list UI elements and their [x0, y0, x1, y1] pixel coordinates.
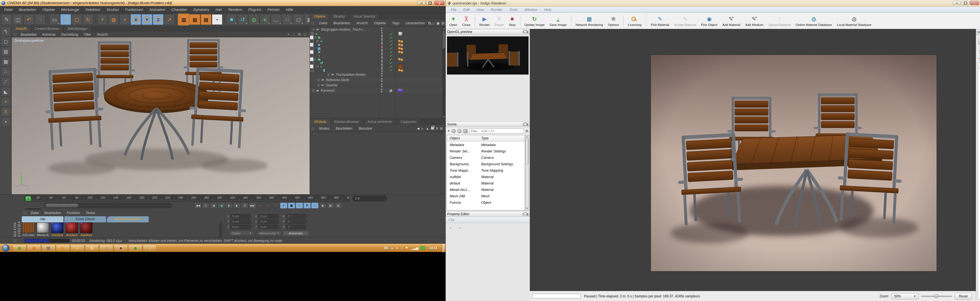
Upload Material[interactable]: Upload Material [766, 14, 794, 28]
attribute-manager-tab[interactable]: Attribute [310, 119, 331, 125]
scene-table-row[interactable]: nullMat Material [447, 174, 525, 180]
menu-item[interactable]: Objekte [39, 6, 58, 13]
close-button[interactable] [434, 1, 444, 5]
magnet-tool[interactable]: ◖ [119, 14, 130, 25]
object-tree-row[interactable]: ⊟ Fuesse [310, 36, 313, 39]
visibility-dots[interactable] [381, 68, 383, 72]
history-icon[interactable]: 8 [436, 126, 438, 130]
move-tool[interactable]: + [60, 14, 71, 25]
float-panel-icon[interactable] [523, 213, 525, 215]
object-manager-tab[interactable]: Visual Selector [349, 14, 379, 19]
material-layer-tab[interactable]: Blend-Materialien [107, 216, 149, 223]
current-frame-field[interactable]: 2 B [352, 196, 387, 201]
add-array-object[interactable]: ∗ [260, 14, 270, 25]
lock-z-axis[interactable]: Z [153, 14, 164, 25]
object-tree-row[interactable]: ⊞ Fuss [310, 39, 313, 43]
close-panel-icon[interactable] [527, 212, 528, 216]
phong-tag[interactable] [398, 51, 403, 53]
autokey-button[interactable]: ◎ [264, 203, 272, 208]
scene-table-row[interactable]: Mesh 248 Mesh [447, 193, 525, 199]
c4d-titlebar[interactable]: CINEMA 4D (64 Bit) (Studentenversion - e… [0, 0, 445, 6]
prev-frame-button[interactable]: ◀ [210, 203, 217, 208]
play-forwards-button[interactable]: ▶ [226, 203, 233, 208]
viewport-3d-canvas[interactable]: Zentralperspektive [12, 37, 310, 194]
size-mode-dropdown[interactable]: Abmessung▾ [257, 231, 282, 235]
timeline-ruler[interactable]: 2 20406080100120140160180200220240260280… [24, 195, 350, 202]
visibility-dots[interactable] [381, 54, 383, 58]
expand-icon[interactable]: ⊟ [312, 89, 315, 92]
visibility-dots[interactable] [381, 36, 383, 40]
snap-settings[interactable]: ◖ [1, 117, 11, 126]
Pick Material[interactable]: Pick Material [648, 14, 672, 28]
menu-item[interactable]: Charakter [169, 6, 191, 13]
enable-check[interactable] [389, 68, 393, 72]
enable-check[interactable] [389, 32, 393, 36]
explorer-folder[interactable]: ▰ [70, 245, 84, 252]
object-tree-row[interactable]: ⊞ Tischplatten-Bretter [310, 72, 442, 77]
edges-mode[interactable]: ∕ [1, 77, 11, 86]
timeline-playhead[interactable]: 2 [25, 196, 31, 201]
enable-check[interactable] [389, 36, 393, 40]
enable-check[interactable] [389, 43, 393, 47]
parent-object-icon[interactable]: ▲ [426, 126, 429, 130]
visibility-dots[interactable] [381, 50, 383, 54]
material-layer-tab[interactable]: Keine Ebene [64, 216, 106, 223]
menu-item[interactable]: Bearbeiten [16, 6, 39, 13]
rotate-view-icon[interactable]: ↻ [298, 32, 302, 37]
float-panel-icon[interactable] [523, 123, 525, 125]
scene-panel-header[interactable]: Scene [446, 122, 530, 127]
scene-table-scrollbar[interactable]: ▲▼ [525, 135, 529, 210]
expand-icon[interactable]: ⊟ [315, 65, 319, 68]
indigo-renderer[interactable]: ◆ [128, 245, 142, 252]
tablet-pen-tool[interactable]: ✎ [2, 14, 12, 25]
object-tree-row[interactable]: ⊞ Stuehle [310, 83, 442, 88]
app-blue-sphere[interactable]: ● [99, 245, 113, 252]
object-tree-row[interactable]: ⊞ Referenz-Stuhl [310, 77, 442, 83]
eye-icon[interactable]: ◉ [436, 21, 440, 26]
visibility-dots[interactable] [381, 46, 383, 50]
Assign Material[interactable]: Assign Material [672, 14, 699, 28]
object-tree-row[interactable]: ⊟ Sitzgruppe-modern_Tisch-rund [310, 27, 442, 32]
column-header-type[interactable]: Type [481, 136, 525, 140]
menu-item[interactable]: Struktur [103, 6, 122, 13]
coordinate-system[interactable]: ↗ [164, 14, 175, 25]
expand-icon[interactable]: ⊞ [315, 40, 319, 43]
menu-item[interactable]: Selektion [83, 6, 103, 13]
viewport-menu-item[interactable]: Bearbeiten [18, 32, 40, 37]
attribute-manager-tab[interactable]: Achse zentrieren [363, 119, 396, 125]
visibility-dots[interactable] [381, 32, 383, 36]
object-tree-row[interactable]: ⊟ Tischplatte [310, 65, 313, 68]
position-input[interactable]: 0 cm [230, 225, 251, 229]
visibility-dots[interactable] [380, 73, 383, 77]
render-settings-header[interactable]: Render Settings [976, 30, 980, 35]
lock-x-axis[interactable]: X [130, 14, 141, 25]
object-manager-menu-item[interactable]: Ansicht [353, 19, 371, 27]
document-info-button[interactable]: ▤ [335, 203, 342, 208]
expand-icon[interactable]: ⊟ [312, 28, 315, 31]
expand-icon[interactable]: ⊞ [317, 78, 320, 82]
apply-button[interactable]: Anwenden [283, 231, 309, 236]
drag-handle[interactable] [23, 211, 27, 215]
menu-item[interactable]: Fenster [264, 6, 283, 13]
status-tray-icon[interactable] [421, 246, 425, 250]
expand-icon[interactable]: ⊟ [313, 58, 317, 61]
render-settings-preset-dropdown[interactable]: Network Rendering▼ [978, 37, 980, 45]
tray-expand-icon[interactable]: ▲ [391, 247, 393, 250]
material-menu-item[interactable]: Funktion [64, 209, 83, 216]
close-panel-icon[interactable] [527, 122, 528, 126]
Online Material Database[interactable]: Online Material Database [793, 14, 834, 28]
property-file-label[interactable]: File [449, 218, 454, 222]
last-tool[interactable]: + [97, 14, 108, 25]
drag-handle[interactable] [13, 33, 17, 36]
menu-item[interactable]: Datei [1, 6, 16, 13]
drag-handle[interactable] [13, 239, 17, 242]
enable-check[interactable] [389, 46, 393, 50]
expand-icon[interactable]: ⊟ [313, 36, 317, 39]
pan-view-icon[interactable]: + [286, 32, 291, 37]
menu-item[interactable]: Help [541, 7, 555, 13]
menu-item[interactable]: File [447, 7, 460, 13]
photo-viewer[interactable]: ▣ [13, 245, 27, 252]
add-subdivision-surface[interactable]: ◍ [249, 14, 259, 25]
undo-button[interactable]: ↶ [24, 14, 34, 25]
lock-icon[interactable] [431, 127, 434, 130]
